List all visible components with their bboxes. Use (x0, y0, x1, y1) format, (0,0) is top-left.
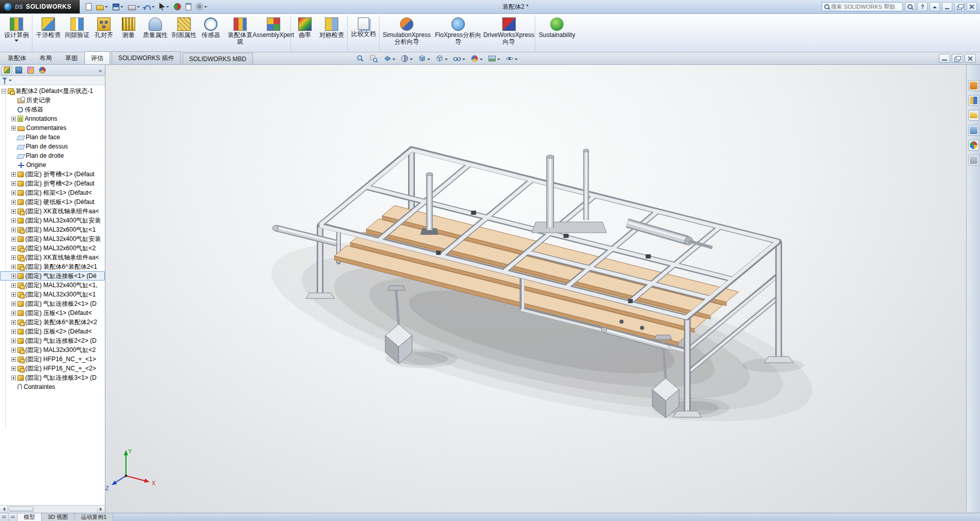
tree-item[interactable]: (固定) MAL32x600气缸<2 (0, 244, 105, 253)
edit-appearance-button[interactable] (469, 53, 484, 64)
expand-toggle-icon[interactable] (11, 283, 16, 288)
search-dropdown-button[interactable] (905, 2, 915, 11)
motion-study-tab[interactable]: 运动算例1 (75, 513, 113, 521)
tab-solidworks-mbd[interactable]: SOLIDWORKS MBD (183, 53, 253, 64)
tree-item[interactable]: (固定) 装配体6^装配体2<2 (0, 318, 105, 327)
display-style-button[interactable] (434, 53, 449, 64)
scroll-right-button[interactable] (97, 506, 105, 513)
tree-item[interactable]: 传感器 (0, 105, 105, 114)
expand-toggle-icon[interactable] (11, 237, 16, 241)
pane-splitter-button[interactable] (9, 513, 17, 521)
tab-layout[interactable]: 布局 (33, 51, 59, 64)
symmetry-check-button[interactable]: 对称检查 (317, 15, 348, 51)
3d-views-tab[interactable]: 3D 视图 (42, 513, 75, 521)
tree-item[interactable]: (固定) 压板<1> (Défaut< (0, 308, 105, 318)
design-study-button[interactable]: 设计算例 (2, 15, 32, 51)
app-close-button[interactable] (967, 2, 977, 11)
measure-button[interactable]: 测量 (116, 15, 141, 51)
mass-properties-button[interactable]: 质量属性 (141, 15, 170, 51)
doc-minimize-button[interactable] (939, 54, 950, 63)
expand-toggle-icon[interactable] (11, 357, 16, 362)
new-document-button[interactable] (84, 1, 94, 12)
filter-funnel-icon[interactable] (2, 78, 7, 83)
file-properties-button[interactable] (184, 1, 193, 12)
tree-item[interactable]: (固定) 气缸连接板2<2> (D (0, 336, 105, 345)
interference-check-button[interactable]: 干涉检查 (34, 15, 63, 51)
more-tabs-chevron[interactable]: » (97, 67, 103, 73)
undo-button[interactable] (142, 1, 157, 12)
open-document-button[interactable] (94, 1, 110, 12)
tree-item[interactable]: (固定) 框架<1> (Défaut< (0, 188, 105, 197)
scroll-left-button[interactable] (0, 506, 8, 513)
tree-item[interactable]: (固定) MAL32x400气缸安装 (0, 234, 105, 244)
expand-toggle-icon[interactable] (11, 218, 16, 223)
doc-close-button[interactable] (965, 54, 976, 63)
tree-item[interactable]: Plan de droite (0, 151, 105, 160)
tree-item[interactable]: Origine (0, 160, 105, 170)
tree-item[interactable]: 历史记录 (0, 96, 105, 105)
curvature-button[interactable]: 曲率 (293, 15, 317, 51)
tree-item[interactable]: (固定) XK直线轴承组件aa< (0, 253, 105, 262)
scrollbar-track[interactable] (8, 506, 97, 513)
zoom-to-area-button[interactable] (368, 53, 379, 64)
tab-assembly[interactable]: 装配体 (1, 51, 33, 64)
custom-properties-tab[interactable] (968, 155, 979, 165)
tree-item[interactable]: (固定) HFP16_NC_+_<2> (0, 364, 105, 373)
tree-item[interactable]: Contraintes (0, 382, 105, 392)
tree-item[interactable]: (固定) MAL32x600气缸<1 (0, 225, 105, 234)
collapse-ribbon-button[interactable] (930, 2, 940, 11)
tree-item[interactable]: (固定) 装配体6^装配体2<1 (0, 262, 105, 271)
app-minimize-button[interactable] (942, 2, 952, 11)
tree-item[interactable]: (固定) MAL32x300气缸<1 (0, 290, 105, 299)
tree-item[interactable]: (固定) HFP16_NC_+_<1> (0, 355, 105, 364)
expand-toggle-icon[interactable] (11, 209, 16, 214)
chevron-down-icon[interactable] (9, 80, 12, 83)
apply-scene-button[interactable] (486, 53, 502, 64)
tab-evaluate[interactable]: 评估 (84, 51, 110, 64)
expand-toggle-icon[interactable] (11, 172, 16, 177)
tree-item[interactable]: (固定) 折弯槽<1> (Défaut (0, 170, 105, 179)
zoom-to-fit-button[interactable] (355, 53, 366, 64)
compare-docs-button[interactable]: 比较文档 (349, 15, 379, 51)
scrollbar-thumb[interactable] (9, 507, 33, 512)
hide-show-items-button[interactable] (451, 53, 467, 64)
expand-toggle-icon[interactable] (11, 339, 16, 343)
propertymanager-tab[interactable] (13, 66, 24, 75)
assemblyxpert-button[interactable]: AssemblyXpert (257, 15, 291, 51)
tree-item[interactable]: (固定) 压板<2> (Défaut< (0, 327, 105, 336)
expand-toggle-icon[interactable] (11, 320, 16, 325)
sustainability-button[interactable]: Sustainability (537, 15, 577, 51)
tree-item[interactable]: (固定) 气缸连接板3<1> (D (0, 373, 105, 382)
rebuild-button[interactable] (172, 1, 183, 12)
expand-toggle-icon[interactable] (11, 265, 16, 269)
print-button[interactable] (126, 1, 142, 12)
expand-toggle-icon[interactable] (11, 302, 16, 306)
clearance-verify-button[interactable]: 间隙验证 (63, 15, 92, 51)
model-tab[interactable]: 模型 (17, 513, 42, 521)
graphics-viewport[interactable]: Y X Z (105, 65, 966, 513)
floxpress-button[interactable]: FloXpress分析向导 (432, 15, 484, 51)
doc-restore-button[interactable] (952, 54, 963, 63)
tree-item[interactable]: Plan de dessus (0, 142, 105, 151)
expand-toggle-icon[interactable] (11, 200, 16, 204)
sensor-button[interactable]: 传感器 (198, 15, 223, 51)
expand-toggle-icon[interactable] (11, 126, 16, 131)
tree-item[interactable]: (固定) MAL32x400气缸<1, (0, 281, 105, 290)
assembly-visualization-button[interactable]: 装配体直观 (223, 15, 257, 51)
design-library-tab[interactable] (968, 95, 979, 106)
tree-item[interactable]: (固定) 硬纸板<1> (Défaut (0, 197, 105, 207)
appearances-tab[interactable] (968, 140, 979, 151)
resources-tab[interactable] (968, 80, 979, 91)
tab-solidworks-addins[interactable]: SOLIDWORKS 插件 (112, 51, 181, 64)
tree-horizontal-scrollbar[interactable] (0, 505, 105, 513)
expand-toggle-icon[interactable] (11, 366, 16, 371)
view-settings-button[interactable] (504, 53, 519, 64)
expand-toggle-icon[interactable] (11, 246, 16, 251)
tree-item[interactable]: (固定) 气缸连接板<1> (Dé (0, 271, 105, 281)
options-button[interactable] (194, 1, 209, 12)
simulationxpress-button[interactable]: SimulationXpress分析向导 (381, 15, 432, 51)
expand-toggle-icon[interactable] (11, 191, 16, 195)
select-tool-button[interactable] (157, 1, 171, 12)
driveworksxpress-button[interactable]: DriveWorksXpress向导 (484, 15, 535, 51)
help-search-box[interactable] (822, 2, 903, 11)
